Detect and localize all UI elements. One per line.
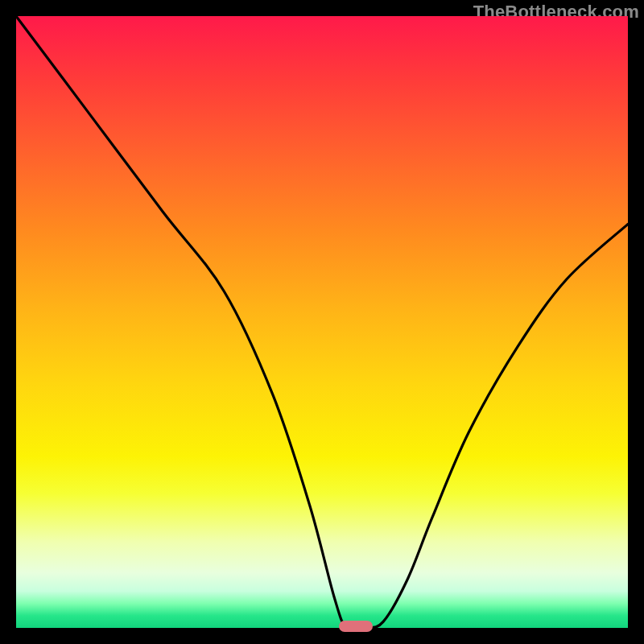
optimal-marker	[339, 621, 373, 632]
plot-area	[16, 16, 628, 628]
chart-container: TheBottleneck.com	[0, 0, 644, 644]
curve-svg	[16, 16, 628, 628]
bottleneck-curve	[16, 16, 628, 628]
